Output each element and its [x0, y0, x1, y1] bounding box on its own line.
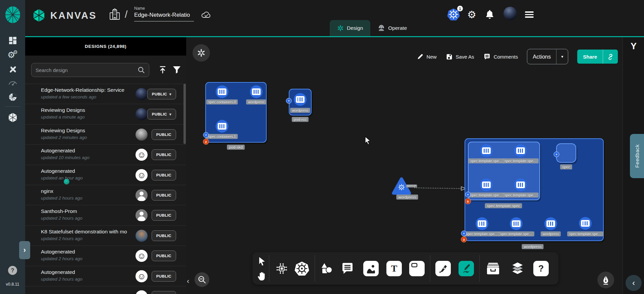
- node-spec-template-spec[interactable]: [468, 142, 540, 200]
- shapes-tool[interactable]: [319, 261, 334, 276]
- design-list-item[interactable]: Reviewing Designs updated 2 minutes ago …: [25, 124, 186, 144]
- collapse-panel-chevron[interactable]: ‹: [187, 277, 189, 286]
- card-tool[interactable]: [409, 261, 425, 276]
- design-search-box[interactable]: [31, 63, 149, 77]
- copy-link-icon[interactable]: [603, 53, 618, 60]
- container-node[interactable]: [250, 85, 263, 98]
- design-list-item[interactable]: Santhosh-Prom updated 2 hours ago PUBLIC: [25, 205, 186, 225]
- mesh-adapter-icon[interactable]: [0, 90, 25, 104]
- save-as-button[interactable]: Save As: [446, 53, 474, 60]
- text-tool[interactable]: T: [386, 261, 402, 276]
- container-node[interactable]: [514, 144, 527, 157]
- meshery-logo[interactable]: [0, 5, 25, 25]
- visibility-badge[interactable]: PUBLIC: [152, 271, 176, 282]
- visibility-badge[interactable]: PUBLIC: [147, 109, 176, 120]
- visibility-badge[interactable]: PUBLIC: [152, 170, 176, 180]
- kanvas-logo[interactable]: KANVAS: [32, 8, 97, 23]
- caret-down-icon[interactable]: [556, 54, 568, 59]
- error-count-badge[interactable]: 3: [461, 236, 467, 242]
- user-avatar[interactable]: [503, 7, 517, 20]
- notifications-bell-icon[interactable]: [485, 9, 494, 19]
- performance-gauge-icon[interactable]: [0, 76, 25, 89]
- design-name-field[interactable]: Name Edge-Network-Relatio: [134, 6, 194, 21]
- owner-avatar[interactable]: [136, 250, 148, 262]
- menu-icon[interactable]: [525, 10, 534, 19]
- container-node[interactable]: [216, 85, 228, 98]
- zoom-out-button[interactable]: [195, 272, 209, 287]
- help-icon[interactable]: ?: [8, 266, 17, 275]
- kubernetes-tool[interactable]: [294, 261, 310, 276]
- configuration-tools-icon[interactable]: [0, 63, 25, 76]
- owner-avatar[interactable]: [136, 209, 148, 221]
- owner-avatar[interactable]: [136, 149, 148, 161]
- collapse-right-chevron[interactable]: ‹: [626, 275, 642, 291]
- design-list-item[interactable]: K8 Statefulset demonstration with mo upd…: [25, 225, 186, 245]
- filter-icon[interactable]: [172, 65, 181, 74]
- kanvas-hexagon-icon[interactable]: [0, 111, 25, 125]
- visibility-badge[interactable]: PUBLIC: [152, 210, 176, 221]
- visibility-badge[interactable]: PUBLIC: [152, 190, 176, 201]
- k8s-badge-icon[interactable]: ✦: [286, 98, 292, 104]
- visibility-badge[interactable]: PUBLIC: [152, 149, 176, 160]
- expand-panel-chevron[interactable]: ›: [19, 241, 30, 259]
- k8s-badge-icon[interactable]: ✦: [465, 192, 471, 198]
- kubernetes-context-icon[interactable]: 1: [447, 8, 461, 21]
- import-design-icon[interactable]: [158, 65, 167, 74]
- node-spec[interactable]: [556, 143, 576, 163]
- pen-tool[interactable]: [435, 261, 451, 276]
- k8s-badge-icon[interactable]: ✦: [554, 152, 559, 157]
- pan-tool[interactable]: [255, 270, 268, 282]
- lifecycle-gears-icon[interactable]: ⚙⚙: [0, 49, 25, 61]
- search-icon[interactable]: [138, 66, 145, 74]
- visibility-badge[interactable]: PUBLIC: [152, 129, 176, 140]
- settings-gear-icon[interactable]: ⚙: [467, 9, 476, 20]
- merge-version-icon[interactable]: Y: [623, 41, 644, 52]
- design-name-value[interactable]: Edge-Network-Relatio: [134, 12, 194, 18]
- design-list-item[interactable]: Autogenerated updated an hour ago PUBLIC: [25, 165, 186, 185]
- visibility-badge[interactable]: PUBLIC: [152, 230, 176, 241]
- tab-design[interactable]: Design: [330, 20, 370, 36]
- edge-service-to-deployment[interactable]: [413, 185, 467, 191]
- design-list-item[interactable]: Autogenerated updated 2 hours ago PUBLIC: [25, 245, 186, 266]
- container-node[interactable]: [216, 120, 228, 133]
- error-count-badge[interactable]: 5: [465, 198, 471, 204]
- drawer-tool[interactable]: [485, 261, 501, 276]
- owner-avatar[interactable]: [136, 230, 148, 242]
- freehand-draw-tool[interactable]: [459, 261, 474, 276]
- organization-icon[interactable]: [109, 8, 120, 20]
- search-input[interactable]: [36, 67, 138, 73]
- new-button[interactable]: New: [417, 53, 437, 60]
- design-list-item[interactable]: Autogenerated updated 10 minutes ago PUB…: [25, 144, 186, 164]
- owner-avatar[interactable]: [136, 290, 148, 294]
- components-tool[interactable]: [274, 261, 289, 276]
- pen-mode-button[interactable]: [597, 272, 614, 288]
- design-canvas[interactable]: New Save As Comments Actions Share: [186, 37, 623, 294]
- select-tool[interactable]: [255, 255, 268, 268]
- design-list-item[interactable]: nginx updated 2 hours ago PUBLIC: [25, 185, 186, 205]
- visibility-badge[interactable]: PUBLIC: [152, 291, 176, 294]
- comment-tool[interactable]: [340, 261, 355, 276]
- dashboard-icon[interactable]: [0, 34, 25, 47]
- feedback-tab[interactable]: Feedback: [630, 134, 644, 178]
- owner-avatar[interactable]: [136, 270, 148, 282]
- owner-avatar[interactable]: [136, 129, 148, 141]
- comments-button[interactable]: Comments: [483, 53, 518, 60]
- visibility-badge[interactable]: PUBLIC: [147, 89, 176, 99]
- owner-avatar[interactable]: [136, 169, 148, 181]
- canvas-menu-button[interactable]: [193, 44, 210, 62]
- share-button[interactable]: Share: [577, 50, 618, 64]
- container-node[interactable]: [579, 217, 592, 230]
- layers-tool[interactable]: [510, 261, 525, 276]
- help-tool[interactable]: ?: [533, 261, 549, 276]
- tab-operate[interactable]: Operate: [370, 20, 414, 36]
- container-node[interactable]: [510, 217, 523, 230]
- container-node[interactable]: [480, 144, 493, 157]
- design-list-item[interactable]: Autogenerated updated 2 hours ago PUBLIC: [25, 266, 186, 286]
- image-tool[interactable]: [363, 261, 379, 276]
- k8s-badge-icon[interactable]: ✦: [203, 132, 209, 138]
- owner-avatar[interactable]: [136, 108, 148, 120]
- container-node[interactable]: [294, 93, 307, 106]
- k8s-badge-icon[interactable]: ✦: [461, 231, 467, 236]
- container-node[interactable]: [480, 178, 493, 191]
- panel-scrollbar[interactable]: [183, 84, 186, 144]
